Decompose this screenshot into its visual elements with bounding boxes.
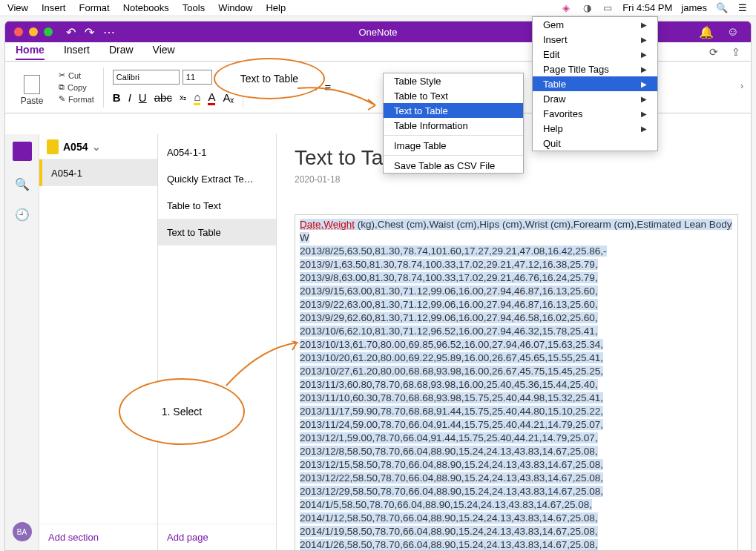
add-page-button[interactable]: Add page (158, 524, 276, 550)
submenu-arrow-icon: ▶ (641, 21, 647, 29)
submenu-save-table-as-csv-file[interactable]: Save Table as CSV File (384, 158, 523, 173)
brush-icon: ✎ (59, 94, 65, 104)
page-item[interactable]: Table to Text (158, 192, 276, 219)
notebook-picker[interactable]: A054 ⌄ (39, 134, 157, 159)
search-icon[interactable]: 🔍 (15, 177, 30, 191)
chevron-down-icon: ⌄ (92, 141, 101, 153)
gem-menu-quit[interactable]: Quit (533, 136, 657, 151)
copy-button[interactable]: ⧉Copy (59, 82, 94, 92)
mac-user[interactable]: james (681, 2, 707, 13)
gem-menu-insert[interactable]: Insert▶ (533, 32, 657, 47)
submenu-arrow-icon: ▶ (641, 80, 647, 88)
submenu-arrow-icon: ▶ (641, 50, 647, 59)
callout-text-to-table: Text to Table (214, 58, 325, 99)
redo-icon[interactable]: ↷ (85, 25, 94, 39)
notebooks-icon[interactable] (13, 142, 32, 161)
copy-icon: ⧉ (59, 82, 65, 92)
submenu-text-to-table[interactable]: Text to Table (384, 103, 523, 118)
qat-more-icon[interactable]: ⋯ (103, 25, 115, 39)
sections-column: A054 ⌄ A054-1 Add section (39, 134, 158, 550)
emoji-icon[interactable]: ☺ (727, 25, 739, 39)
font-size-select[interactable] (183, 70, 212, 85)
spotlight-icon[interactable]: 🔍 (716, 2, 728, 14)
nav-rail: 🔍 🕘 BA (5, 134, 39, 550)
submenu-image-table[interactable]: Image Table (384, 138, 523, 153)
table-submenu: Table StyleTable to TextText to TableTab… (383, 73, 524, 174)
gem-menu-page-title-tags[interactable]: Page Title Tags▶ (533, 62, 657, 76)
tab-draw[interactable]: Draw (109, 44, 134, 60)
page-item[interactable]: Text to Table (158, 219, 276, 245)
submenu-arrow-icon: ▶ (641, 36, 647, 44)
sync-icon[interactable]: ⟳ (709, 46, 718, 58)
tab-view[interactable]: View (153, 44, 175, 60)
submenu-arrow-icon: ▶ (641, 95, 647, 103)
cloud-icon[interactable]: ◑ (581, 2, 593, 14)
ribbon-overflow-icon[interactable]: › (740, 81, 743, 91)
subscript-button[interactable]: x₂ (180, 93, 187, 102)
mac-menu-help[interactable]: Help (266, 2, 286, 13)
window-title: OneNote (358, 27, 397, 38)
callout-select: 1. Select (119, 378, 245, 445)
mac-menu-format[interactable]: Format (79, 2, 109, 13)
mac-menu-view[interactable]: View (7, 2, 28, 13)
submenu-table-style[interactable]: Table Style (384, 73, 523, 88)
undo-icon[interactable]: ↶ (66, 25, 76, 39)
gem-menu-favorites[interactable]: Favorites▶ (533, 106, 657, 121)
submenu-arrow-icon: ▶ (641, 65, 647, 73)
submenu-table-information[interactable]: Table Information (384, 118, 523, 133)
cut-button[interactable]: ✂Cut (59, 70, 94, 80)
page-date: 2020-01-18 (295, 174, 733, 185)
mac-menubar: ViewInsertFormatNotebooksToolsWindowHelp… (0, 0, 756, 16)
csv-text-block[interactable]: Date,Weight (kg),Chest (cm),Waist (cm),H… (295, 214, 738, 550)
tab-home[interactable]: Home (16, 44, 45, 60)
zoom-window-button[interactable] (44, 27, 53, 36)
gem-menu-gem[interactable]: Gem▶ (533, 17, 657, 32)
mac-menu-tools[interactable]: Tools (183, 2, 205, 13)
control-center-icon[interactable]: ☰ (737, 2, 749, 14)
scissors-icon: ✂ (59, 70, 65, 80)
recent-icon[interactable]: 🕘 (15, 208, 30, 222)
share-icon[interactable]: ⇪ (732, 46, 740, 58)
clock: Fri 4:54 PM (622, 2, 672, 13)
bold-button[interactable]: B (113, 91, 121, 104)
close-window-button[interactable] (14, 27, 23, 36)
mac-menu-insert[interactable]: Insert (42, 2, 66, 13)
display-icon[interactable]: ▭ (602, 2, 614, 14)
mac-menu-notebooks[interactable]: Notebooks (123, 2, 169, 13)
page-item[interactable]: Quickly Extract Te… (158, 165, 276, 192)
highlight-button[interactable]: ⌂ (194, 90, 200, 105)
minimize-window-button[interactable] (29, 27, 38, 36)
submenu-arrow-icon: ▶ (641, 125, 647, 133)
gem-menu-help[interactable]: Help▶ (533, 121, 657, 136)
gem-menu-edit[interactable]: Edit▶ (533, 47, 657, 62)
gem-menu-table[interactable]: Table▶ (533, 76, 657, 91)
submenu-table-to-text[interactable]: Table to Text (384, 88, 523, 103)
page-canvas[interactable]: Text to Table 2020-01-18 Date,Weight (kg… (277, 134, 751, 550)
mac-menu-window[interactable]: Window (218, 2, 252, 13)
account-avatar[interactable]: BA (13, 522, 32, 541)
section-item[interactable]: A054-1 (39, 159, 157, 186)
notifications-icon[interactable]: 🔔 (699, 25, 714, 39)
notebook-swatch-icon (47, 139, 59, 154)
format-painter-button[interactable]: ✎Format (59, 94, 94, 104)
tab-insert[interactable]: Insert (64, 44, 90, 60)
gem-menu: Gem▶Insert▶Edit▶Page Title Tags▶Table▶Dr… (532, 16, 658, 151)
page-item[interactable]: A054-1-1 (158, 139, 276, 165)
strike-button[interactable]: abc (154, 91, 172, 104)
submenu-arrow-icon: ▶ (641, 110, 647, 118)
underline-button[interactable]: U (139, 91, 147, 104)
font-family-select[interactable] (113, 70, 180, 85)
gem-icon[interactable]: ◈ (560, 2, 572, 14)
italic-button[interactable]: I (128, 91, 131, 104)
add-section-button[interactable]: Add section (39, 524, 157, 550)
paste-button[interactable]: Paste (17, 69, 47, 106)
gem-menu-draw[interactable]: Draw▶ (533, 91, 657, 106)
